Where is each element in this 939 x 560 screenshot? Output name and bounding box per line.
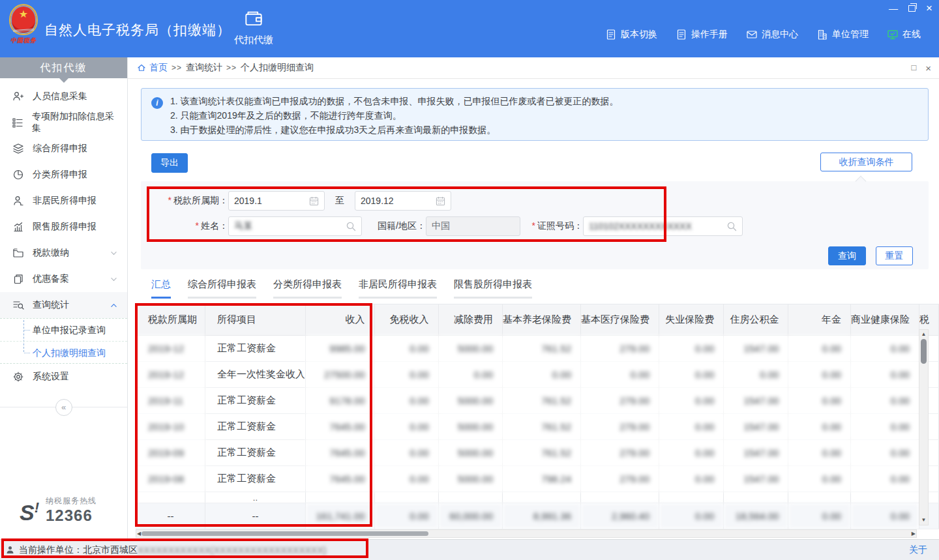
breadcrumb-home[interactable]: 首页 bbox=[137, 62, 168, 74]
period-to-field[interactable] bbox=[355, 191, 451, 211]
current-unit-label: 当前操作单位：北京市西城区 bbox=[19, 544, 138, 556]
toggle-query-conditions-button[interactable]: 收折查询条件 bbox=[820, 153, 912, 171]
sidebar-subitem[interactable]: 个人扣缴明细查询 bbox=[0, 341, 127, 363]
search-icon[interactable] bbox=[346, 221, 356, 231]
sidebar-item[interactable]: 系统设置 bbox=[0, 364, 127, 390]
sidebar-submenu: 单位申报记录查询个人扣缴明细查询 bbox=[0, 318, 127, 364]
sidebar-item[interactable]: 限售股所得申报 bbox=[0, 214, 127, 240]
sidebar-item[interactable]: 税款缴纳 bbox=[0, 240, 127, 266]
search-icon[interactable] bbox=[726, 221, 737, 231]
table-cell: 0.00 bbox=[374, 336, 438, 362]
table-row[interactable]: 2019-12全年一次性奖金收入27500.000.000.000.000.00… bbox=[136, 362, 939, 388]
bar-chart-icon bbox=[12, 220, 25, 233]
h-scroll-thumb[interactable] bbox=[142, 531, 428, 536]
table-cell: 279.00 bbox=[581, 336, 659, 362]
scroll-up-icon[interactable]: ▲ bbox=[919, 331, 928, 338]
export-button[interactable]: 导出 bbox=[151, 153, 188, 173]
collapse-sidebar-button[interactable]: « bbox=[55, 399, 72, 416]
period-from-field[interactable] bbox=[228, 191, 325, 211]
info-icon: i bbox=[151, 97, 163, 109]
table-cell: 0.00 bbox=[850, 362, 919, 388]
topbar-menu-item[interactable]: 单位管理 bbox=[816, 29, 869, 40]
table-cell: 9985.00 bbox=[305, 336, 374, 362]
sidebar-item[interactable]: 非居民所得申报 bbox=[0, 188, 127, 214]
hotline-logo-icon: S! bbox=[20, 497, 39, 523]
restore-button[interactable] bbox=[908, 5, 916, 12]
name-field[interactable] bbox=[228, 216, 362, 236]
panel-maximize-icon[interactable]: □ bbox=[911, 63, 916, 74]
table-cell: 2019-11 bbox=[136, 388, 205, 414]
panel-close-icon[interactable]: × bbox=[925, 63, 931, 74]
topbar-menu-item[interactable]: 操作手册 bbox=[676, 29, 728, 40]
tab-report[interactable]: 限售股所得申报表 bbox=[454, 278, 532, 299]
nav-tab-withholding[interactable]: 代扣代缴 bbox=[226, 9, 282, 46]
scroll-right-icon[interactable]: ▶ bbox=[912, 530, 916, 537]
period-from-input[interactable] bbox=[234, 196, 306, 206]
total-row: ----161,741.000.0060,000.008,991.362,960… bbox=[136, 503, 939, 529]
table-cell: 0.00 bbox=[788, 414, 851, 440]
reset-button[interactable]: 重置 bbox=[876, 246, 913, 265]
scroll-left-icon[interactable]: ◀ bbox=[137, 530, 141, 537]
sidebar-item[interactable]: 专项附加扣除信息采集 bbox=[0, 110, 127, 136]
table-cell: 279.00 bbox=[581, 440, 659, 466]
tab-report[interactable]: 分类所得申报表 bbox=[273, 278, 342, 299]
table-header-cell: 税款所属期 bbox=[136, 304, 205, 336]
sidebar-subitem[interactable]: 单位申报记录查询 bbox=[0, 319, 127, 341]
period-to-input[interactable] bbox=[361, 196, 433, 206]
about-link[interactable]: 关于 bbox=[909, 544, 927, 556]
user-icon bbox=[5, 545, 15, 555]
summary-table: 税款所属期所得项目收入免税收入减除费用基本养老保险费基本医疗保险费失业保险费住房… bbox=[136, 304, 939, 529]
table-cell: 2019-10 bbox=[136, 414, 205, 440]
minimize-button[interactable]: — bbox=[889, 3, 898, 14]
sidebar-item[interactable]: 综合所得申报 bbox=[0, 136, 127, 162]
search-button[interactable]: 查询 bbox=[828, 246, 866, 265]
table-cell: 2019-12 bbox=[136, 362, 205, 388]
topbar-menu-item[interactable]: 版本切换 bbox=[605, 29, 657, 40]
breadcrumb-item[interactable]: 查询统计 bbox=[186, 62, 222, 74]
main-panel: 首页 >> 查询统计 >> 个人扣缴明细查询 □ × i 1. 该查询统计表仅能… bbox=[128, 57, 939, 539]
table-cell: 27500.00 bbox=[305, 362, 374, 388]
horizontal-scrollbar[interactable]: ◀ ▶ bbox=[136, 529, 917, 538]
id-field[interactable] bbox=[583, 216, 743, 236]
table-cell: 0.00 bbox=[850, 414, 919, 440]
sidebar-item[interactable]: 查询统计 bbox=[0, 292, 127, 318]
nav-tab-label: 代扣代缴 bbox=[226, 34, 282, 46]
app-window: ★ 中国税务 自然人电子税务局（扣缴端） 代扣代缴 版本切换操作手册消息中心单位… bbox=[0, 0, 939, 560]
v-scroll-thumb[interactable] bbox=[921, 339, 927, 364]
tab-report[interactable]: 非居民所得申报表 bbox=[359, 278, 437, 299]
sidebar-item[interactable]: 人员信息采集 bbox=[0, 83, 127, 110]
table-row[interactable]: 2019-12正常工资薪金9985.000.005000.00761.52279… bbox=[136, 336, 939, 362]
vertical-scrollbar[interactable]: ▲ ▼ bbox=[919, 329, 929, 525]
table-cell: 60,000.00 bbox=[438, 503, 503, 529]
table-cell: 正常工资薪金 bbox=[205, 466, 305, 492]
breadcrumb: 首页 >> 查询统计 >> 个人扣缴明细查询 □ × bbox=[128, 57, 939, 79]
table-row[interactable]: 2019-09正常工资薪金7645.000.005000.00761.52279… bbox=[136, 440, 939, 466]
table-row[interactable]: 2019-11正常工资薪金9178.000.005000.00761.52279… bbox=[136, 388, 939, 414]
table-cell: 0.00 bbox=[659, 414, 724, 440]
table-cell: 279.00 bbox=[581, 388, 659, 414]
period-label: *税款所属期： bbox=[141, 195, 228, 207]
sidebar-menu: 人员信息采集专项附加扣除信息采集综合所得申报分类所得申报非居民所得申报限售股所得… bbox=[0, 83, 127, 390]
table-cell: 1547.00 bbox=[724, 414, 788, 440]
sidebar-item[interactable]: 优惠备案 bbox=[0, 266, 127, 292]
table-cell: 0.00 bbox=[724, 362, 788, 388]
table-row[interactable]: 2019-08正常工资薪金7645.000.005000.00798.24279… bbox=[136, 466, 939, 492]
sidebar: 代扣代缴 人员信息采集专项附加扣除信息采集综合所得申报分类所得申报非居民所得申报… bbox=[0, 57, 128, 539]
table-cell: 5000.00 bbox=[438, 440, 503, 466]
close-button[interactable]: × bbox=[926, 3, 932, 14]
table-cell: 1547.00 bbox=[724, 466, 788, 492]
scroll-down-icon[interactable]: ▼ bbox=[919, 516, 928, 524]
table-row[interactable]: 2019-10正常工资薪金7645.000.005000.00761.52279… bbox=[136, 414, 939, 440]
name-input[interactable] bbox=[234, 221, 343, 231]
id-input[interactable] bbox=[589, 221, 724, 231]
tab-report[interactable]: 综合所得申报表 bbox=[188, 278, 256, 299]
table-cell: 5000.00 bbox=[438, 466, 503, 492]
hotline-number: 12366 bbox=[46, 507, 97, 525]
topbar-menu-item[interactable]: 在线 bbox=[887, 29, 921, 40]
table-cell: 18,564.00 bbox=[724, 503, 788, 529]
notice-box: i 1. 该查询统计表仅能查询已申报成功的数据，不包含未申报、申报失败，已申报但… bbox=[141, 88, 929, 141]
topbar-menu-item[interactable]: 消息中心 bbox=[746, 29, 798, 40]
sidebar-item[interactable]: 分类所得申报 bbox=[0, 162, 127, 188]
tab-active[interactable]: 汇总 bbox=[151, 278, 171, 299]
hotline-block: S! 纳税服务热线 12366 bbox=[0, 495, 128, 525]
